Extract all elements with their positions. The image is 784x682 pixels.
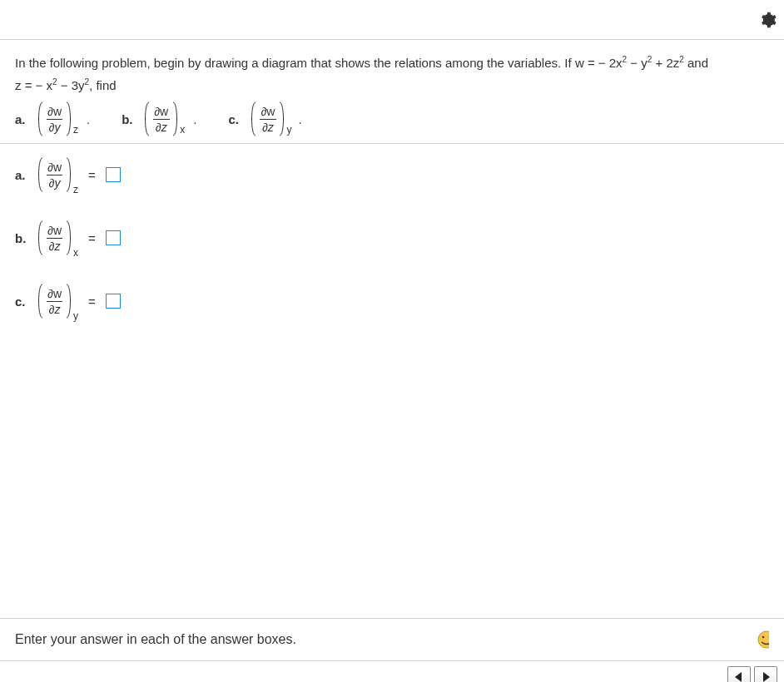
svg-point-0 — [758, 631, 769, 648]
denominator: ∂z — [47, 301, 63, 315]
svg-point-1 — [762, 636, 765, 639]
subscript: y — [286, 121, 291, 140]
problem-intro: In the following problem, begin by drawi… — [15, 56, 623, 70]
subscript: y — [73, 310, 78, 322]
numerator: ∂w — [151, 106, 171, 119]
numerator: ∂w — [45, 288, 64, 301]
answer-input-b[interactable] — [106, 230, 121, 245]
numerator: ∂w — [45, 106, 64, 119]
spacer — [0, 360, 784, 618]
answer-row-c: c. ∂w ∂z y = — [15, 284, 769, 319]
denominator: ∂y — [47, 175, 63, 189]
subscript: x — [180, 121, 185, 140]
prev-button[interactable] — [727, 666, 751, 682]
partial-expression-c: ∂w ∂z y — [250, 101, 291, 136]
top-toolbar — [0, 0, 784, 40]
period: . — [87, 108, 90, 131]
find-row: a. ∂w ∂y z . b. ∂w ∂z x . c. — [15, 101, 769, 136]
footer-hint-bar: Enter your answer in each of the answer … — [0, 618, 784, 661]
fraction: ∂w ∂y — [45, 106, 64, 133]
answer-label-b: b. — [15, 231, 30, 245]
partial-expression-b: ∂w ∂z x — [143, 101, 185, 136]
partial-expression-a-ans: ∂w ∂y z — [37, 157, 78, 192]
problem-line2a: z = − x — [15, 78, 52, 92]
fraction: ∂w ∂y — [45, 161, 64, 189]
part-label-c: c. — [228, 108, 243, 131]
period: . — [193, 108, 196, 131]
problem-line2c: , find — [89, 78, 117, 92]
problem-statement: In the following problem, begin by drawi… — [0, 40, 784, 144]
answer-row-b: b. ∂w ∂z x = — [15, 220, 769, 255]
problem-and: and — [684, 56, 708, 70]
fraction: ∂w ∂z — [45, 225, 64, 252]
partial-expression-c-ans: ∂w ∂z y — [37, 284, 78, 319]
partial-expression-b-ans: ∂w ∂z x — [37, 220, 78, 255]
problem-line2b: − 3y — [57, 78, 85, 92]
problem-text: In the following problem, begin by drawi… — [15, 52, 769, 96]
footer-hint-text: Enter your answer in each of the answer … — [15, 632, 296, 647]
denominator: ∂z — [47, 238, 63, 252]
fraction: ∂w ∂z — [45, 288, 64, 315]
problem-intro-3: + 2z — [652, 56, 679, 70]
numerator: ∂w — [45, 225, 64, 238]
part-label-b: b. — [122, 108, 136, 131]
part-label-a: a. — [15, 108, 30, 131]
fraction: ∂w ∂z — [258, 106, 277, 133]
denominator: ∂z — [153, 119, 170, 133]
equals-sign: = — [88, 231, 96, 245]
subscript: x — [73, 247, 78, 259]
answer-label-c: c. — [15, 294, 30, 309]
subscript: z — [73, 121, 78, 140]
period: . — [298, 108, 301, 131]
nav-bar — [0, 661, 784, 682]
answer-input-a[interactable] — [106, 167, 121, 182]
partial-expression-a: ∂w ∂y z — [37, 101, 78, 136]
numerator: ∂w — [45, 161, 64, 175]
smiley-icon[interactable] — [751, 630, 769, 649]
answer-row-a: a. ∂w ∂y z = — [15, 157, 769, 192]
gear-icon[interactable] — [759, 11, 777, 29]
answer-area: a. ∂w ∂y z = b. ∂w ∂z x = c. — [0, 144, 784, 360]
answer-input-c[interactable] — [106, 294, 121, 309]
denominator: ∂y — [47, 119, 63, 133]
answer-label-a: a. — [15, 168, 30, 182]
equals-sign: = — [88, 168, 96, 182]
denominator: ∂z — [260, 119, 276, 133]
subscript: z — [73, 184, 78, 195]
equals-sign: = — [88, 294, 96, 309]
problem-intro-2: − y — [627, 56, 648, 70]
fraction: ∂w ∂z — [151, 106, 171, 133]
numerator: ∂w — [258, 106, 277, 119]
next-button[interactable] — [754, 666, 777, 682]
